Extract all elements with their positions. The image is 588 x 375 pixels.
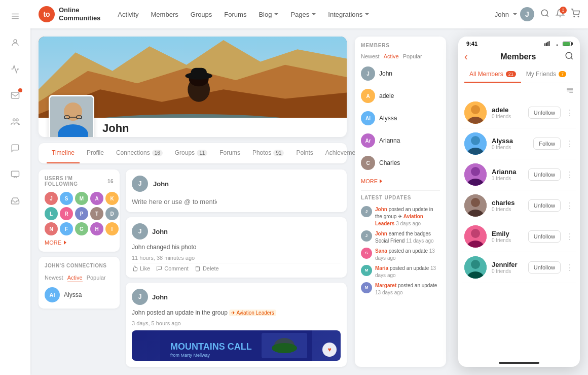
mobile-back-btn[interactable]: ‹ xyxy=(464,51,468,62)
list-item[interactable]: H xyxy=(90,222,103,235)
unfollow-emily-btn[interactable]: Unfollow xyxy=(528,230,561,243)
nav-integrations[interactable]: Integrations xyxy=(323,8,374,21)
svg-point-52 xyxy=(471,198,480,207)
nav-blog[interactable]: Blog xyxy=(253,8,283,21)
svg-rect-35 xyxy=(548,41,549,46)
list-item[interactable]: L xyxy=(45,207,58,220)
delete-button[interactable]: Delete xyxy=(195,265,219,271)
search-icon[interactable] xyxy=(540,9,549,20)
members-more-btn[interactable]: MORE xyxy=(361,176,440,186)
list-item[interactable]: N xyxy=(45,222,58,235)
alyssa-more-icon[interactable]: ⋮ xyxy=(566,139,574,149)
latest-updates-section: LATEST UPDATES J John posted an update i… xyxy=(361,190,440,298)
unfollow-adele-btn[interactable]: Unfollow xyxy=(528,107,561,119)
mobile-search-icon[interactable] xyxy=(565,51,574,62)
svg-point-21 xyxy=(64,103,82,121)
mail-icon[interactable] xyxy=(7,87,23,104)
group-icon[interactable] xyxy=(7,114,23,130)
adele-more-icon[interactable]: ⋮ xyxy=(566,108,574,118)
following-more-link[interactable]: MORE xyxy=(45,240,114,246)
list-item[interactable]: M xyxy=(75,192,88,205)
home-indicator-bar xyxy=(458,359,580,367)
arianna-more-icon[interactable]: ⋮ xyxy=(566,170,574,180)
nav-forums[interactable]: Forums xyxy=(219,8,251,21)
post-like-btn[interactable]: ♥ xyxy=(322,343,337,357)
post-text-2: John posted an update in the group ✈ Avi… xyxy=(132,309,341,316)
list-item[interactable]: I xyxy=(105,222,119,235)
list-item[interactable]: A adele xyxy=(361,87,440,105)
emily-more-icon[interactable]: ⋮ xyxy=(566,232,574,242)
svg-rect-4 xyxy=(12,92,19,98)
list-item[interactable]: Ar Arianna xyxy=(361,131,440,150)
update-item: M Maria posted an update 13 days ago xyxy=(361,263,440,281)
list-item[interactable]: R xyxy=(60,207,73,220)
tab-timeline[interactable]: Timeline xyxy=(47,143,80,163)
post-avatar: J xyxy=(132,223,148,240)
comment-button[interactable]: Comment xyxy=(156,265,189,271)
notifications-icon[interactable]: 3 xyxy=(556,9,565,20)
list-item[interactable]: G xyxy=(75,222,88,235)
mobile-tab-my-friends[interactable]: My Friends 7 xyxy=(521,66,571,83)
list-item: Emily 0 friends Unfollow ⋮ xyxy=(462,221,576,252)
unfollow-arianna-btn[interactable]: Unfollow xyxy=(528,168,561,181)
list-item[interactable]: A xyxy=(90,192,103,205)
post-actions: Like Comment Delete xyxy=(132,265,341,271)
tab-profile[interactable]: Profile xyxy=(82,143,109,163)
tab-points[interactable]: Points xyxy=(291,143,318,163)
nav-members[interactable]: Members xyxy=(146,8,183,21)
follow-alyssa-btn[interactable]: Follow xyxy=(533,138,561,150)
conn-tab-newest[interactable]: Newest xyxy=(45,274,63,282)
unfollow-jennifer-btn[interactable]: Unfollow xyxy=(528,261,561,274)
emily-name: Emily xyxy=(492,230,523,237)
filter-active[interactable]: Active xyxy=(384,52,399,60)
content-body: John 0 Coins 0 Gems xyxy=(30,28,588,375)
connections-widget: JOHN'S CONNECTIONS Newest Active Popular… xyxy=(39,257,120,309)
list-item[interactable]: Al Alyssa xyxy=(361,109,440,127)
cart-icon[interactable] xyxy=(571,9,580,20)
list-item[interactable]: K xyxy=(105,192,119,205)
profile-section: John 0 Coins 0 Gems xyxy=(39,37,347,367)
profile-icon[interactable] xyxy=(7,35,23,51)
menu-icon[interactable] xyxy=(7,8,23,24)
user-pill[interactable]: John J xyxy=(495,7,534,21)
charles-more-icon[interactable]: ⋮ xyxy=(566,201,574,211)
list-item[interactable]: S xyxy=(60,192,73,205)
list-item[interactable]: C Charles xyxy=(361,154,440,172)
jennifer-more-icon[interactable]: ⋮ xyxy=(566,263,574,272)
inbox-icon[interactable] xyxy=(7,193,23,209)
svg-point-5 xyxy=(13,119,16,121)
tab-groups[interactable]: Groups 11 xyxy=(170,143,212,163)
list-item: Jennifer 0 friends Unfollow ⋮ xyxy=(462,252,576,283)
list-item[interactable]: P xyxy=(75,207,88,220)
composer-input[interactable] xyxy=(132,198,217,206)
mobile-members-list: adele 0 friends Unfollow ⋮ xyxy=(458,97,580,359)
chat-icon[interactable] xyxy=(7,166,23,183)
list-item: charles 0 friends Unfollow ⋮ xyxy=(462,190,576,221)
sort-icon[interactable] xyxy=(566,86,574,94)
list-item[interactable]: J John xyxy=(361,64,440,83)
tab-forums[interactable]: Forums xyxy=(214,143,245,163)
nav-groups[interactable]: Groups xyxy=(186,8,217,21)
conn-tab-active[interactable]: Active xyxy=(67,274,83,282)
following-grid: J S M A K L R P T D N F G xyxy=(45,192,114,235)
filter-newest[interactable]: Newest xyxy=(361,52,380,60)
list-item[interactable]: F xyxy=(60,222,73,235)
tab-connections[interactable]: Connections 16 xyxy=(111,143,168,163)
svg-point-9 xyxy=(574,16,575,17)
nav-pages[interactable]: Pages xyxy=(285,8,321,21)
filter-popular[interactable]: Popular xyxy=(403,52,422,60)
tab-photos[interactable]: Photos 91 xyxy=(247,143,289,163)
message-icon[interactable] xyxy=(7,140,23,156)
composer-header: J John xyxy=(132,176,341,192)
conn-tab-popular[interactable]: Popular xyxy=(87,274,106,282)
list-item[interactable]: J xyxy=(45,192,58,205)
list-item[interactable]: D xyxy=(105,207,119,220)
svg-point-49 xyxy=(471,167,480,176)
list-item[interactable]: T xyxy=(90,207,103,220)
mobile-tab-all-members[interactable]: All Members 21 xyxy=(464,66,521,83)
nav-activity[interactable]: Activity xyxy=(113,8,143,21)
nav-right: John J 3 xyxy=(495,7,580,21)
unfollow-charles-btn[interactable]: Unfollow xyxy=(528,199,561,212)
like-button[interactable]: Like xyxy=(132,265,150,271)
analytics-icon[interactable] xyxy=(7,61,23,77)
